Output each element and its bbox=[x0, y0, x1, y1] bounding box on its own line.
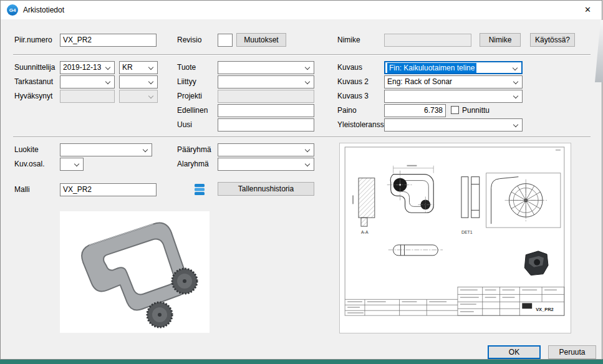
punnittu-checkbox[interactable] bbox=[451, 106, 459, 114]
yleistoleranssi-combo[interactable] bbox=[384, 118, 523, 132]
tallennushistoria-button[interactable]: Tallennushistoria bbox=[218, 182, 314, 196]
detail-view-label: DET1 bbox=[461, 230, 473, 234]
side-views bbox=[461, 177, 480, 218]
chevron-down-icon bbox=[513, 122, 518, 127]
iso-thumbnail bbox=[524, 251, 548, 275]
kuvaus-label: Kuvaus bbox=[337, 61, 362, 74]
kuvaus3-label: Kuvaus 3 bbox=[337, 90, 369, 103]
model-3d-view bbox=[60, 211, 210, 333]
kaytossa-button[interactable]: Käytössä? bbox=[530, 33, 575, 47]
separator-2 bbox=[13, 136, 591, 138]
suunnittelija-date-combo[interactable]: 2019-12-13 bbox=[60, 61, 115, 74]
main-view bbox=[387, 165, 435, 213]
paaryhma-label: Pääryhmä bbox=[177, 143, 211, 156]
section-view bbox=[352, 178, 375, 226]
nimike-field bbox=[384, 34, 471, 47]
paino-field[interactable]: 6.738 bbox=[384, 104, 446, 117]
titlebar: G4 Arkistotiedot ✕ bbox=[1, 1, 602, 19]
suunnittelija-id-combo[interactable]: KR bbox=[119, 61, 158, 74]
chevron-down-icon bbox=[148, 93, 153, 98]
detail-view bbox=[486, 173, 561, 228]
close-button[interactable]: ✕ bbox=[574, 1, 602, 19]
revisio-label: Revisio bbox=[177, 34, 201, 47]
edellinen-field[interactable] bbox=[218, 104, 314, 117]
tuote-label: Tuote bbox=[177, 61, 196, 74]
punnittu-label: Punnittu bbox=[462, 104, 490, 117]
chevron-down-icon bbox=[105, 79, 110, 84]
cancel-button[interactable]: Peruuta bbox=[548, 345, 596, 359]
projekti-label: Projekti bbox=[177, 90, 202, 103]
kuv-osal-combo[interactable] bbox=[60, 158, 84, 171]
cylinder-view bbox=[388, 245, 443, 256]
chevron-down-icon bbox=[513, 93, 518, 98]
chevron-down-icon bbox=[74, 161, 79, 166]
g4-app-icon-text: G4 bbox=[9, 7, 16, 13]
kuvaus-value: Fin: Kaikuluotaimen teline bbox=[387, 63, 476, 73]
title-block-text-smudges bbox=[347, 150, 561, 314]
kuvaus3-combo[interactable] bbox=[384, 90, 523, 103]
chevron-down-icon bbox=[305, 79, 310, 84]
chevron-down-icon bbox=[305, 147, 310, 152]
malli-field[interactable]: VX_PR2 bbox=[60, 183, 157, 196]
tarkastanut-label: Tarkastanut bbox=[14, 75, 53, 89]
bracket-body bbox=[78, 219, 192, 320]
kuvaus2-value: Eng: Rack of Sonar bbox=[387, 76, 452, 88]
close-icon: ✕ bbox=[584, 5, 591, 14]
window-title: Arkistotiedot bbox=[23, 1, 64, 19]
kuvaus2-combo[interactable]: Eng: Rack of Sonar bbox=[384, 75, 523, 89]
nimike-label: Nimike bbox=[337, 34, 360, 47]
piir-numero-label: Piir.numero bbox=[14, 34, 52, 47]
revisio-field[interactable] bbox=[218, 34, 233, 47]
screen: G4 Arkistotiedot ✕ Piir.numero VX_PR2 Re… bbox=[0, 0, 603, 364]
hyvaksynyt-date-field bbox=[60, 90, 115, 103]
edellinen-label: Edellinen bbox=[177, 104, 208, 117]
suunnittelija-label: Suunnittelija bbox=[14, 61, 55, 74]
g4-app-icon: G4 bbox=[7, 4, 18, 16]
chevron-down-icon bbox=[143, 147, 148, 152]
liittyy-label: Liittyy bbox=[177, 75, 196, 89]
piir-numero-field[interactable]: VX_PR2 bbox=[60, 34, 157, 47]
nimike-button[interactable]: Nimike bbox=[480, 33, 521, 47]
chevron-down-icon bbox=[148, 79, 153, 84]
hyvaksynyt-label: Hyväksynyt bbox=[14, 90, 52, 103]
background-taskbar-strip bbox=[0, 359, 603, 364]
title-block-part-number: VX_PR2 bbox=[536, 307, 554, 312]
yleistoleranssi-label: Yleistoleranssi bbox=[337, 118, 385, 132]
suunnittelija-date-value: 2019-12-13 bbox=[63, 62, 101, 74]
chevron-down-icon bbox=[105, 65, 110, 70]
section-view-label: A-A bbox=[361, 230, 369, 234]
chevron-down-icon bbox=[305, 65, 310, 70]
alaryhma-label: Alaryhmä bbox=[177, 158, 209, 171]
chevron-down-icon bbox=[148, 65, 153, 70]
chevron-down-icon bbox=[513, 79, 518, 84]
kuv-osal-label: Kuv.osal. bbox=[14, 158, 44, 171]
separator-1 bbox=[13, 54, 591, 55]
chevron-down-icon bbox=[513, 65, 518, 70]
drawing-sheet: A-A bbox=[340, 143, 571, 333]
projekti-field bbox=[218, 90, 314, 103]
arkistotiedot-dialog: G4 Arkistotiedot ✕ Piir.numero VX_PR2 Re… bbox=[0, 0, 602, 360]
paino-label: Paino bbox=[337, 104, 357, 117]
paaryhma-combo[interactable] bbox=[218, 143, 314, 156]
drawing-preview-image: A-A bbox=[339, 143, 571, 333]
malli-label: Malli bbox=[14, 183, 30, 196]
kuvaus-combo[interactable]: Fin: Kaikuluotaimen teline bbox=[384, 61, 523, 74]
chevron-down-icon bbox=[305, 161, 310, 166]
uusi-field[interactable] bbox=[218, 118, 314, 132]
ok-button[interactable]: OK bbox=[488, 345, 541, 359]
title-block-mark bbox=[522, 303, 532, 309]
muutokset-button[interactable]: Muutokset bbox=[236, 33, 286, 47]
liittyy-combo[interactable] bbox=[218, 75, 314, 89]
alaryhma-combo[interactable] bbox=[218, 158, 314, 171]
kuvaus2-label: Kuvaus 2 bbox=[337, 75, 369, 89]
model-preview-image bbox=[60, 211, 210, 333]
suunnittelija-id-value: KR bbox=[122, 62, 133, 74]
tarkastanut-date-combo[interactable] bbox=[60, 75, 115, 89]
save-history-icon[interactable] bbox=[194, 183, 205, 196]
tuote-combo[interactable] bbox=[218, 61, 314, 74]
luokite-combo[interactable] bbox=[60, 143, 152, 156]
uusi-label: Uusi bbox=[177, 118, 192, 132]
hyvaksynyt-id-combo bbox=[119, 90, 158, 103]
tarkastanut-id-combo[interactable] bbox=[119, 75, 158, 89]
title-block bbox=[345, 287, 564, 315]
